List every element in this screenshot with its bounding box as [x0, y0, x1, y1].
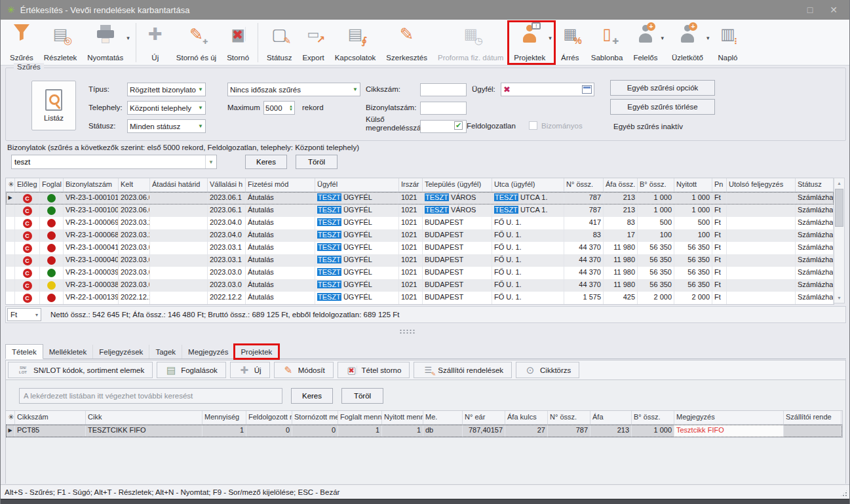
toolbar-button-sablonba[interactable]: ▯✚Sablonba [586, 22, 628, 64]
column-header-foglal[interactable]: Foglal [40, 178, 64, 191]
table-row[interactable]: CVR-23-1-0000392023.03.02023.03.0Átutalá… [6, 267, 834, 279]
column-header-afa[interactable]: Áfa [590, 411, 632, 424]
detail-button-modosit[interactable]: ✎Módosít [274, 362, 334, 378]
detail-button-uj[interactable]: ✚Új [230, 362, 270, 378]
toolbar-button-reszletek[interactable]: ▤◎Részletek [39, 22, 83, 64]
detail-search-input[interactable] [19, 388, 282, 404]
splitter-grip-icon[interactable] [399, 329, 415, 334]
toolbar-button-storno[interactable]: ▆✖Stornó [222, 22, 254, 64]
documents-search-button[interactable]: Keres [245, 155, 287, 169]
column-header-bossz[interactable]: B° össz. [638, 178, 674, 191]
unprocessed-checkbox[interactable]: ✔ [454, 121, 463, 130]
other-filter-options-button[interactable]: Egyéb szűrési opciók [610, 80, 715, 96]
tab-mellekletek[interactable]: Mellékletek [43, 345, 94, 359]
dropdown-arrow-icon[interactable]: ▾ [706, 35, 710, 41]
tab-tetelek[interactable]: Tételek [5, 344, 43, 359]
table-row[interactable]: CVR-23-1-0000402023.03.02023.03.1Átutalá… [6, 254, 834, 267]
toolbar-button-storno-es-uj[interactable]: ✎✚Stornó és új [171, 22, 222, 64]
clear-icon[interactable]: ✖ [503, 85, 511, 94]
column-header-cikkszam[interactable]: Cikkszám [15, 411, 86, 424]
table-row[interactable]: CVR-23-1-0000382023.03.02023.03.0Átutalá… [6, 279, 834, 292]
close-button[interactable]: ✕ [830, 5, 838, 15]
detail-button-sn-lot-kodok-sortiment-elemek[interactable]: SN/ LOTSN/LOT kódok, sortiment elemek [8, 362, 153, 378]
column-header-nyitott[interactable]: Nyitott [674, 178, 712, 191]
other-filter-clear-button[interactable]: Egyéb szűrés törlése [610, 99, 715, 115]
toolbar-button-export[interactable]: ▭↗Export [297, 22, 329, 64]
scroll-up-icon[interactable]: ▲ [834, 178, 844, 188]
pane-splitter[interactable] [1, 323, 849, 341]
dropdown-arrow-icon[interactable]: ▾ [549, 35, 552, 41]
column-header-megjegyzes[interactable]: Megjegyzés [674, 411, 784, 424]
toolbar-button-kapcsolatok[interactable]: ▤∮Kapcsolatok [330, 22, 381, 64]
column-header-pn[interactable]: Pn [712, 178, 727, 191]
detail-button-szallitoi-rendelesek[interactable]: ☰✎Szállítói rendelések [414, 362, 512, 378]
detail-clear-button[interactable]: Töröl [341, 388, 383, 404]
tab-projektek[interactable]: Projektek [235, 345, 279, 359]
table-row[interactable]: ▶CVR-23-1-0001012023.06.02023.06.1Átutal… [6, 192, 834, 204]
site-combobox[interactable]: Központi telephely ▼ [127, 101, 206, 115]
column-header-feldolgozott[interactable]: Feldolgozott m [246, 411, 292, 424]
dropdown-arrow-icon[interactable]: ▾ [661, 35, 664, 41]
column-header-near[interactable]: N° eár [463, 411, 505, 424]
column-header-foglalt[interactable]: Foglalt menny [338, 411, 382, 424]
toolbar-button-szerkesztes[interactable]: ✎Szerkesztés [381, 22, 433, 64]
item-number-input[interactable] [420, 83, 467, 96]
column-header-mennyiseg[interactable]: Mennyiség [203, 411, 246, 424]
column-header-afakulcs[interactable]: Áfa kulcs [505, 411, 548, 424]
table-row[interactable]: CVR-23-1-0000692023.03.22023.04.0Átutalá… [6, 217, 834, 229]
tab-feljegyzesek[interactable]: Feljegyzések [93, 345, 149, 359]
dropdown-arrow-icon[interactable]: ▾ [126, 35, 130, 41]
column-header-eloleg[interactable]: Előleg [15, 178, 40, 191]
column-header-utca[interactable]: Utca (ügyfél) [492, 178, 564, 191]
documents-search-combobox[interactable]: ▼ [11, 155, 217, 169]
resize-grip-icon[interactable] [840, 489, 848, 497]
list-button[interactable]: Listáz [31, 81, 76, 130]
customer-lookup-field[interactable]: ✖ [501, 83, 594, 96]
toolbar-button-uzletkoto[interactable]: +Üzletkötő▾ [666, 22, 712, 64]
column-header-nyitott[interactable]: Nyitott menny [382, 411, 423, 424]
column-header-afa[interactable]: Áfa össz. [604, 178, 638, 191]
toolbar-button-statusz[interactable]: ▢✎Státusz [261, 22, 297, 64]
toolbar-button-arres[interactable]: ▦%Árrés [554, 22, 586, 64]
column-header-ind[interactable]: ✳ [6, 411, 15, 424]
detail-button-tetel-storno[interactable]: ▢✖Tétel storno [338, 362, 410, 378]
table-row[interactable]: CVR-22-1-0001392022.12.12022.12.2Átutalá… [6, 292, 834, 304]
toolbar-button-nyomtatas[interactable]: Nyomtatás▾ [82, 22, 132, 64]
column-header-stornozott[interactable]: Stornózott me [292, 411, 338, 424]
column-header-ugyfel[interactable]: Ügyfél [315, 178, 399, 191]
column-header-fizetesi[interactable]: Fizetési mód [246, 178, 315, 191]
toolbar-button-projektek[interactable]: !Projektek▾ [509, 22, 554, 64]
column-header-atadasi[interactable]: Átadási határid [150, 178, 208, 191]
scrollbar-thumb[interactable] [835, 189, 843, 227]
column-header-szallitoi[interactable]: Szállítói rende [784, 411, 841, 424]
column-header-telepules[interactable]: Település (ügyfél) [423, 178, 492, 191]
max-records-stepper[interactable]: 5000 ▲▼ [263, 101, 295, 115]
consignment-checkbox[interactable] [529, 121, 537, 130]
stepper-arrows-icon[interactable]: ▲▼ [289, 105, 293, 111]
column-header-bizonylatszam[interactable]: Bizonylatszám [64, 178, 119, 191]
maximize-button[interactable]: □ [807, 5, 813, 15]
detail-button-foglalasok[interactable]: ▤Foglalások [157, 362, 226, 378]
column-header-vallalasi[interactable]: Vállalási h [208, 178, 246, 191]
table-row[interactable]: CVR-23-1-0000412023.03.02023.03.1Átutalá… [6, 242, 834, 254]
column-header-kelt[interactable]: Kelt [119, 178, 150, 191]
document-number-input[interactable] [420, 102, 467, 115]
column-header-irszam[interactable]: Irszár [399, 178, 423, 191]
toolbar-button-felelos[interactable]: +Felelős▾ [628, 22, 666, 64]
table-row[interactable]: ▶PCT85TESZTCIKK FIFO10011db787,401572778… [6, 425, 842, 437]
table-row[interactable]: CVR-23-1-0000682023.03.22023.04.0Átutalá… [6, 229, 834, 242]
detail-button-cikktorzs[interactable]: ⊙Cikktörzs [516, 362, 579, 378]
column-header-bossz[interactable]: B° össz. [632, 411, 674, 424]
table-row[interactable]: CVR-23-1-0001002023.06.02023.06.1Átutalá… [6, 204, 834, 217]
currency-combobox[interactable]: Ft ▾ [7, 308, 41, 321]
detail-search-button[interactable]: Keres [291, 388, 333, 404]
tab-megjegyzes[interactable]: Megjegyzés [182, 345, 235, 359]
lookup-icon[interactable] [582, 85, 592, 94]
column-header-cikk[interactable]: Cikk [86, 411, 203, 424]
toolbar-button-naplo[interactable]: ▥⋮Napló [712, 22, 743, 64]
documents-search-input[interactable] [12, 158, 205, 166]
column-header-nossz[interactable]: N° össz. [548, 411, 590, 424]
documents-clear-button[interactable]: Töröl [296, 155, 338, 169]
column-header-me[interactable]: Me. [423, 411, 463, 424]
column-header-ind[interactable]: ✳ [6, 178, 15, 191]
